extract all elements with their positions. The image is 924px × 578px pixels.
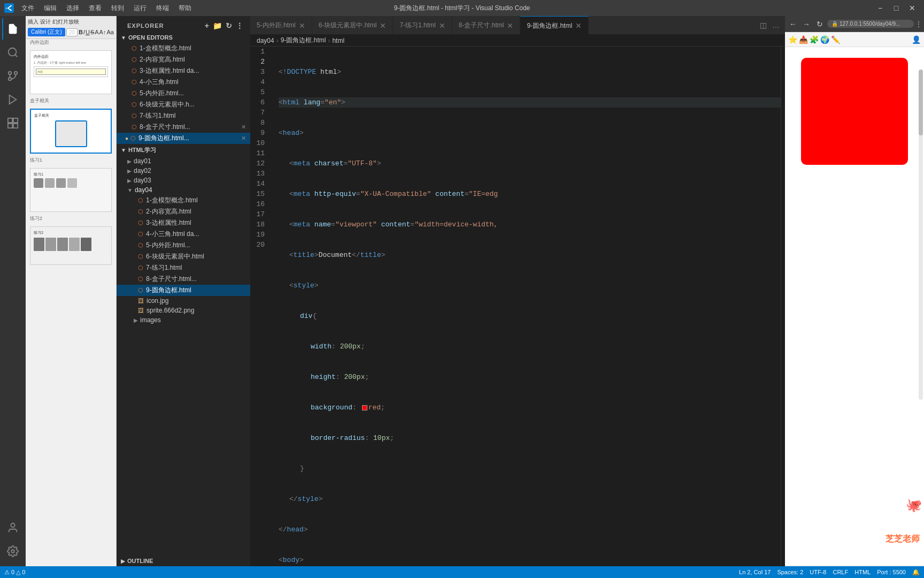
preview-back-button[interactable]: ← <box>787 20 799 28</box>
open-file-8[interactable]: ⬡ 8-盒子尺寸.html... ✕ <box>117 121 250 133</box>
collapse-icon[interactable]: ⋮ <box>236 21 244 30</box>
tab-6-close[interactable]: ✕ <box>380 22 386 29</box>
breadcrumb-symbol[interactable]: html <box>332 37 344 44</box>
tab-5[interactable]: 5-内外距.html ✕ <box>250 16 312 35</box>
preview-forward-button[interactable]: → <box>800 20 812 28</box>
file-9-radius[interactable]: ⬡ 9-圆角边框.html <box>117 285 250 296</box>
status-spaces[interactable]: Spaces: 2 <box>777 569 803 576</box>
preview-url-bar[interactable]: 🔒 127.0.0.1:5500/day04/9... <box>827 20 914 28</box>
menu-run[interactable]: 运行 <box>129 3 151 14</box>
folder-day02[interactable]: ▶ day02 <box>117 166 250 176</box>
account-activity-icon[interactable] <box>2 517 24 538</box>
preview-refresh-button[interactable]: ↻ <box>814 20 826 28</box>
open-file-5[interactable]: ⬡ 5-内外距.html... <box>117 88 250 99</box>
close-button[interactable]: ✕ <box>905 2 920 14</box>
tab-8-close[interactable]: ✕ <box>507 22 513 29</box>
minimize-button[interactable]: − <box>873 2 888 14</box>
slide-thumbnail-4[interactable]: 练习2 <box>30 226 112 265</box>
split-editor-button[interactable]: ◫ <box>757 19 769 31</box>
tab-7-close[interactable]: ✕ <box>439 22 445 29</box>
status-bell[interactable]: 🔔 <box>912 569 920 576</box>
file-sprite[interactable]: 🖼 sprite.666d2.png <box>117 306 250 315</box>
refresh-icon[interactable]: ↻ <box>226 21 233 30</box>
breadcrumb-day04[interactable]: day04 <box>257 37 274 44</box>
code-editor[interactable]: <!DOCTYPE html> <html lang="en"> <head> … <box>274 47 781 566</box>
explorer-activity-icon[interactable] <box>2 18 24 40</box>
menu-bar[interactable]: 文件 编辑 选择 查看 转到 运行 终端 帮助 <box>17 3 196 14</box>
underline-button[interactable]: U <box>86 29 90 35</box>
fontsize-increase[interactable]: A↑ <box>99 29 106 35</box>
outline-group[interactable]: ▶ OUTLINE <box>117 556 250 566</box>
tab-7[interactable]: 7-练习1.html ✕ <box>393 16 452 35</box>
open-file-1[interactable]: ⬡ 1-盒模型概念.html <box>117 43 250 54</box>
status-line[interactable]: Ln 2, Col 17 <box>739 569 771 576</box>
menu-file[interactable]: 文件 <box>17 3 38 14</box>
open-file-7[interactable]: ⬡ 7-练习1.html <box>117 110 250 121</box>
slide-thumbnail-3[interactable]: 练习1 <box>30 168 112 212</box>
folder-day01[interactable]: ▶ day01 <box>117 156 250 166</box>
folder-images[interactable]: ▶ images <box>117 315 250 325</box>
file-1-box[interactable]: ⬡ 1-盒模型概念.html <box>117 195 250 206</box>
open-file-3[interactable]: ⬡ 3-边框属性.html da... <box>117 65 250 77</box>
sidebar-title: EXPLORER <box>127 22 164 29</box>
menu-terminal[interactable]: 终端 <box>152 3 173 14</box>
status-port[interactable]: Port : 5500 <box>877 569 906 576</box>
tab-5-close[interactable]: ✕ <box>299 22 305 29</box>
open-file-2[interactable]: ⬡ 2-内容宽高.html <box>117 54 250 65</box>
preview-content <box>785 47 924 565</box>
bold-button[interactable]: B <box>79 29 83 35</box>
strikethrough-button[interactable]: S <box>90 29 94 35</box>
tab-8[interactable]: 8-盒子尺寸.html ✕ <box>452 16 521 35</box>
file-icon-jpg[interactable]: 🖼 icon.jpg <box>117 296 250 306</box>
html-study-group[interactable]: ▼ HTML学习 <box>117 144 250 156</box>
tab-9[interactable]: 9-圆角边框.html ✕ <box>520 16 589 35</box>
file-4-triangle[interactable]: ⬡ 4-小三角.html da... <box>117 229 250 240</box>
git-activity-icon[interactable] <box>2 65 24 87</box>
tab-9-close[interactable]: ✕ <box>575 22 582 29</box>
status-line-ending[interactable]: CRLF <box>833 569 848 576</box>
preview-more-button[interactable]: ⋮ <box>915 20 922 28</box>
status-encoding[interactable]: UTF-8 <box>810 569 826 576</box>
folder-day03[interactable]: ▶ day03 <box>117 176 250 185</box>
ppt-font-size[interactable]: 20 <box>66 28 78 36</box>
open-editors-group[interactable]: ▼ OPEN EDITORS <box>117 32 250 43</box>
menu-selection[interactable]: 选择 <box>62 3 83 14</box>
open-file-6[interactable]: ⬡ 6-块级元素居中.h... <box>117 99 250 110</box>
breadcrumb-file[interactable]: 9-圆角边框.html <box>281 36 326 45</box>
file-8-box-size[interactable]: ⬡ 8-盒子尺寸.html... <box>117 273 250 285</box>
menu-view[interactable]: 查看 <box>84 3 106 14</box>
open-file-9[interactable]: ● ⬡ 9-圆角边框.html... ✕ <box>117 133 250 144</box>
fontsize-decrease[interactable]: Aa <box>106 29 113 35</box>
new-file-icon[interactable]: + <box>205 21 210 30</box>
maximize-button[interactable]: □ <box>889 2 904 14</box>
slide-thumbnail-1[interactable]: 内外边距 1. 内边距 - 1个值 right button left text… <box>30 50 112 94</box>
preview-scrollbar[interactable] <box>919 70 923 400</box>
file-5-padding[interactable]: ⬡ 5-内外距.html... <box>117 240 250 251</box>
fontcolor-button[interactable]: A <box>95 29 98 35</box>
close-file-8[interactable]: ✕ <box>241 124 246 131</box>
close-file-9[interactable]: ✕ <box>241 135 246 142</box>
settings-activity-icon[interactable] <box>2 541 24 562</box>
debug-activity-icon[interactable] <box>2 89 24 110</box>
search-activity-icon[interactable] <box>2 42 24 63</box>
italic-button[interactable]: I <box>83 29 85 35</box>
new-folder-icon[interactable]: 📁 <box>213 21 222 30</box>
open-file-4[interactable]: ⬡ 4-小三角.html <box>117 77 250 88</box>
folder-day04[interactable]: ▼ day04 <box>117 185 250 195</box>
editor-content[interactable]: 1 2 3 4 5 6 7 8 9 10 11 12 13 14 15 16 1 <box>250 47 781 566</box>
file-7-exercise[interactable]: ⬡ 7-练习1.html <box>117 262 250 273</box>
slide-thumbnail-2[interactable]: 盒子相关 <box>30 109 112 154</box>
menu-help[interactable]: 帮助 <box>174 3 196 14</box>
file-6-block[interactable]: ⬡ 6-块级元素居中.html <box>117 251 250 262</box>
menu-goto[interactable]: 转到 <box>107 3 128 14</box>
tab-6[interactable]: 6-块级元素居中.html ✕ <box>312 16 394 35</box>
status-language[interactable]: HTML <box>854 569 871 576</box>
file-3-border[interactable]: ⬡ 3-边框属性.html <box>117 217 250 229</box>
window-controls[interactable]: − □ ✕ <box>873 2 920 14</box>
status-errors[interactable]: ⚠ 0 △ 0 <box>4 569 25 576</box>
more-tabs-button[interactable]: … <box>770 19 782 31</box>
file-2-content[interactable]: ⬡ 2-内容宽高.html <box>117 206 250 217</box>
ppt-font-name[interactable]: Calibri (正文) <box>28 28 65 36</box>
extensions-activity-icon[interactable] <box>2 112 24 134</box>
menu-edit[interactable]: 编辑 <box>40 3 61 14</box>
